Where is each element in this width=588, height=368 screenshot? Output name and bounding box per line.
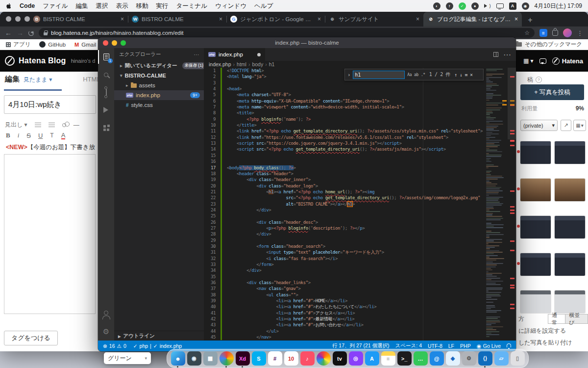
dock-tv-icon[interactable]: tv [332,350,347,367]
code-line[interactable]: 30 <form class="header_search"> [204,243,516,249]
strikethrough-icon[interactable]: S [26,132,31,139]
close-icon[interactable]: × [470,72,473,78]
link-icon[interactable] [62,123,66,127]
code-line[interactable]: 41 <li><a href="#">アクセス</a></li> [204,310,516,316]
apps-grid-icon[interactable]: ▦ ▾ [523,57,534,64]
other-bookmarks[interactable]: その他のブックマーク [516,41,582,48]
dock-terminal-icon[interactable]: >_ [397,350,412,367]
tab-close-icon[interactable]: × [416,16,419,23]
tab-edit[interactable]: 編集 [5,75,20,84]
accounts-icon[interactable] [98,305,114,323]
extension-icon[interactable]: ≡ [539,29,547,37]
code-line[interactable]: 23 alt="BISTRO CALME"></a></h1> [204,201,516,207]
numbered-list-icon[interactable] [49,123,55,128]
menu-item[interactable]: ターミナル [176,2,207,10]
code-line[interactable]: 4<head> [204,86,516,92]
italic-icon[interactable]: i [18,131,20,139]
help-icon[interactable]: ? [536,77,542,83]
browser-menu-icon[interactable]: ⋮ [577,29,583,37]
dock-settings-icon[interactable]: ⚙ [462,350,476,367]
code-line[interactable]: 5 <meta charset="UTF-8"> [204,92,516,98]
php-status[interactable]: ✓php|✓index.php [133,343,182,349]
menu-item[interactable]: 編集 [75,2,88,10]
photo-thumbnail[interactable] [520,216,551,238]
editor-more-icon[interactable]: ⋯ [503,50,511,59]
dock-chrome-icon[interactable] [219,350,234,367]
privacy-select[interactable]: (private)▾ [520,120,558,131]
file-style-css[interactable]: #style.css [114,100,204,110]
toggle-replace-icon[interactable]: › [347,72,350,78]
add-tag-button[interactable]: タグをつける [4,331,58,345]
code-line[interactable]: 19 <div class="header_inner"> [204,177,516,183]
menu-item[interactable]: ファイル [43,2,68,10]
code-line[interactable]: 20 <div class="header_logo"> [204,183,516,189]
mode-select[interactable]: 見たまま ▾ [24,76,52,84]
blog-name[interactable]: hinairo's d [71,58,96,64]
outline-section[interactable]: ▸アウトライン [114,331,204,341]
menu-clock[interactable]: 4月10日(土) 17:09 [535,2,582,10]
code-line[interactable]: 27 <p><?php bloginfo('description'); ?><… [204,225,516,231]
dock-launchpad-icon[interactable]: ▦ [203,350,218,367]
dock-siri-icon[interactable]: ◉ [187,350,201,367]
dock-music-icon[interactable]: ♪ [300,350,315,367]
dock-mail-icon[interactable]: @ [429,350,444,367]
regex-icon[interactable]: .* [421,73,425,77]
bookmark-item[interactable]: アプリ [6,41,30,48]
app-menu-name[interactable]: Code [20,2,35,9]
menu-item[interactable]: ウィンドウ [215,2,246,10]
code-line[interactable]: 36 <div class="header_links"> [204,280,516,286]
code-editor[interactable]: 1<!DOCTYPE html>2<html lang="ja">34<head… [204,68,516,341]
search-activity-icon[interactable] [98,66,114,83]
breadcrumb-item[interactable]: body [252,61,263,67]
project-root[interactable]: ▾BISTRO-CALME [114,71,204,80]
new-tab-button[interactable]: + [524,14,537,26]
code-line[interactable]: 7 <meta name="viewport" content="width=d… [204,104,516,110]
photo-thumbnail[interactable] [520,179,551,201]
browser-tab[interactable]: Gジャンボトロン - Google 検索× [226,12,325,26]
input-source-icon[interactable]: A [509,2,516,10]
indentation[interactable]: スペース: 4 [395,342,422,349]
color-select-popup[interactable]: グリーン▾ [104,352,151,364]
dock-skype-icon[interactable]: S [251,350,266,367]
underline-icon[interactable]: U [38,132,43,139]
bookmark-star-icon[interactable]: ☆ [524,29,530,36]
browser-tab[interactable]: WBISTRO CALME× [128,12,226,26]
code-line[interactable]: 43 <li><a href="#">お問い合わせ</a></li> [204,322,516,328]
code-line[interactable]: 9 <?php bloginfo('name'); ?> [204,116,516,122]
tab-index-php[interactable]: phpindex.php [204,48,265,61]
menu-check-icon[interactable]: ✓ [459,2,466,10]
code-line[interactable]: 42 <li><a href="#">最新情報</a></li> [204,316,516,322]
reload-icon[interactable] [28,30,34,36]
display-icon[interactable] [496,3,504,8]
photo-thumbnail[interactable] [555,216,585,238]
code-line[interactable]: 17<body<?php body_class(); ?>> [204,165,516,171]
code-line[interactable]: 26 <div class="header_desc"> [204,219,516,225]
post-photo-button[interactable]: + 写真を投稿 [520,84,584,100]
photo-thumbnail[interactable] [520,141,551,164]
photo-thumbnail[interactable] [520,290,551,313]
address-bar[interactable]: blog.hatena.ne.jp/hinairo/hinairo.hatena… [39,28,535,38]
control-center-icon[interactable]: ◉ [522,2,529,10]
profile-avatar[interactable] [563,28,572,37]
file-index-php[interactable]: phpindex.php9+ [114,90,204,100]
code-line[interactable]: 45 </nav> [204,334,516,340]
dock-podcasts-icon[interactable]: ◎ [348,350,363,367]
apple-menu-icon[interactable] [6,2,12,9]
dock-vscode-icon[interactable]: ⟨⟩ [478,350,492,367]
code-line[interactable]: 35 [204,274,516,280]
match-case-icon[interactable]: Aa [407,73,412,77]
code-line[interactable]: 33 </form> [204,262,516,267]
split-editor-icon[interactable] [493,52,498,57]
breadcrumb-item[interactable]: h1 [269,61,275,67]
bookmark-item[interactable]: GitHub [39,41,66,48]
code-line[interactable]: 31 <input type="text" placeholder="キーワード… [204,249,516,255]
entry-body-area[interactable] [4,154,96,314]
heading-select[interactable]: 見出し ▾ [5,121,27,129]
vscode-title-bar[interactable]: index.php — bistro-calme [98,37,516,48]
dock-trash-icon[interactable]: ▯ [510,350,525,367]
source-control-icon[interactable] [98,83,114,101]
overview-ruler[interactable] [508,68,516,341]
run-debug-icon[interactable] [98,101,114,119]
photo-thumbnail[interactable] [555,253,585,276]
menu-extra-icon[interactable]: ◐ [433,2,441,10]
